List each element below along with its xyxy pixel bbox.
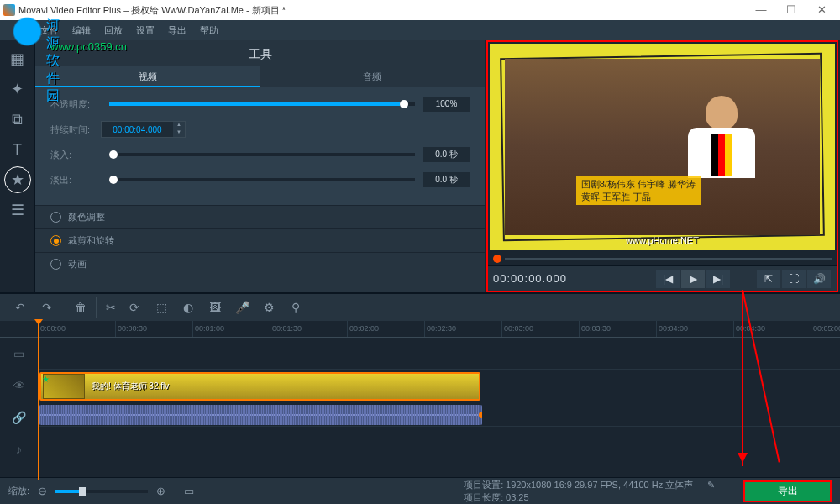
edit-settings-icon[interactable]: ✎ bbox=[707, 480, 715, 490]
adjust-button[interactable]: ⚲ bbox=[284, 297, 307, 318]
fullscreen-button[interactable]: ⛶ bbox=[782, 270, 806, 288]
volume-button[interactable]: 🔊 bbox=[807, 270, 831, 288]
track-icon-overlay[interactable]: ▭ bbox=[0, 338, 38, 370]
menubar: 文件 编辑 回放 设置 导出 帮助 bbox=[0, 20, 840, 40]
zoom-label: 缩放: bbox=[8, 485, 29, 497]
section-color[interactable]: 颜色调整 bbox=[35, 206, 485, 228]
play-button[interactable]: ▶ bbox=[681, 270, 705, 288]
fadeout-value: 0.0 秒 bbox=[423, 172, 470, 187]
titles-tab-icon[interactable]: T bbox=[4, 136, 31, 163]
tools-title: 工具 bbox=[35, 44, 485, 66]
zoom-out-button[interactable]: ⊖ bbox=[34, 485, 50, 497]
menu-help[interactable]: 帮助 bbox=[193, 24, 225, 37]
section-animation[interactable]: 动画 bbox=[35, 253, 485, 276]
props-button[interactable]: ⚙ bbox=[257, 297, 281, 318]
timeline-ruler[interactable]: 0:00:00 00:00:30 00:01:00 00:01:30 00:02… bbox=[0, 321, 840, 338]
opacity-value: 100% bbox=[423, 97, 470, 112]
prev-frame-button[interactable]: |◀ bbox=[656, 270, 680, 288]
image-button[interactable]: 🖼 bbox=[203, 297, 227, 318]
opacity-slider[interactable] bbox=[109, 102, 415, 106]
timecode: 00:00:00.000 bbox=[493, 272, 567, 285]
mic-button[interactable]: 🎤 bbox=[230, 297, 254, 318]
zoom-fit-button[interactable]: ▭ bbox=[181, 485, 197, 497]
duration-down[interactable]: ▼ bbox=[173, 129, 185, 137]
export-button[interactable]: 导出 bbox=[743, 480, 832, 502]
color-button[interactable]: ◐ bbox=[176, 297, 200, 318]
fadein-label: 淡入: bbox=[50, 149, 101, 161]
zoom-slider[interactable] bbox=[55, 490, 148, 493]
audio-clip[interactable]: 我的! 体育老师 32.flv bbox=[39, 405, 482, 425]
duration-up[interactable]: ▲ bbox=[173, 122, 185, 129]
fadeout-slider[interactable] bbox=[109, 178, 415, 181]
playhead[interactable] bbox=[38, 321, 39, 480]
fadein-slider[interactable] bbox=[109, 153, 415, 156]
fadein-value: 0.0 秒 bbox=[423, 147, 470, 162]
window-title: Movavi Video Editor Plus – 授权给 WwW.DaYan… bbox=[18, 4, 746, 17]
menu-file[interactable]: 文件 bbox=[34, 24, 66, 37]
rotate-button[interactable]: ⟳ bbox=[123, 297, 146, 318]
tab-audio[interactable]: 音频 bbox=[260, 66, 486, 87]
track-icon-audio[interactable]: 🔗 bbox=[0, 402, 38, 433]
tab-video[interactable]: 视频 bbox=[35, 66, 260, 87]
delete-button[interactable]: 🗑 bbox=[66, 297, 89, 318]
more-tab-icon[interactable]: ☰ bbox=[4, 197, 31, 223]
track-icon-music[interactable]: ♪ bbox=[0, 433, 38, 465]
app-icon bbox=[3, 4, 15, 16]
cut-button[interactable]: ✂ bbox=[96, 297, 119, 318]
duration-input[interactable]: ▲▼ bbox=[101, 121, 186, 138]
video-clip[interactable]: ★ 我的! 体育老师 32.flv bbox=[39, 372, 480, 401]
video-watermark: www.pHome.NET bbox=[626, 235, 699, 245]
section-crop[interactable]: 裁剪和旋转 bbox=[35, 229, 485, 252]
redo-button[interactable]: ↷ bbox=[35, 297, 59, 318]
stickers-tab-icon[interactable]: ★ bbox=[4, 166, 31, 193]
fadeout-label: 淡出: bbox=[50, 174, 101, 186]
maximize-button[interactable]: ☐ bbox=[776, 0, 806, 20]
menu-edit[interactable]: 编辑 bbox=[66, 24, 97, 37]
track-icon-video[interactable]: 👁 bbox=[0, 370, 38, 402]
undo-button[interactable]: ↶ bbox=[8, 297, 32, 318]
menu-play[interactable]: 回放 bbox=[97, 24, 129, 37]
zoom-in-button[interactable]: ⊕ bbox=[153, 485, 169, 497]
project-info: 项目设置: 1920x1080 16:9 29.97 FPS, 44100 Hz… bbox=[464, 479, 727, 504]
menu-settings[interactable]: 设置 bbox=[129, 24, 161, 37]
subtitle: 国剧8/杨伟东 伟宇峰 滕华涛黄晖 王军胜 丁晶 bbox=[576, 176, 701, 205]
crop-button[interactable]: ⬚ bbox=[150, 297, 173, 318]
seek-bar[interactable] bbox=[488, 252, 837, 265]
transitions-tab-icon[interactable]: ⧉ bbox=[4, 106, 31, 133]
next-frame-button[interactable]: ▶| bbox=[706, 270, 730, 288]
menu-export[interactable]: 导出 bbox=[161, 24, 193, 37]
duration-label: 持续时间: bbox=[50, 123, 101, 136]
popout-button[interactable]: ⇱ bbox=[757, 270, 780, 288]
preview-video: 国剧8/杨伟东 伟宇峰 滕华涛黄晖 王军胜 丁晶 www.pHome.NET bbox=[490, 44, 835, 250]
close-button[interactable]: ✕ bbox=[806, 0, 837, 20]
filters-tab-icon[interactable]: ✦ bbox=[4, 76, 31, 102]
media-tab-icon[interactable]: ▦ bbox=[4, 45, 31, 72]
minimize-button[interactable]: — bbox=[746, 0, 776, 20]
opacity-label: 不透明度: bbox=[50, 98, 101, 111]
